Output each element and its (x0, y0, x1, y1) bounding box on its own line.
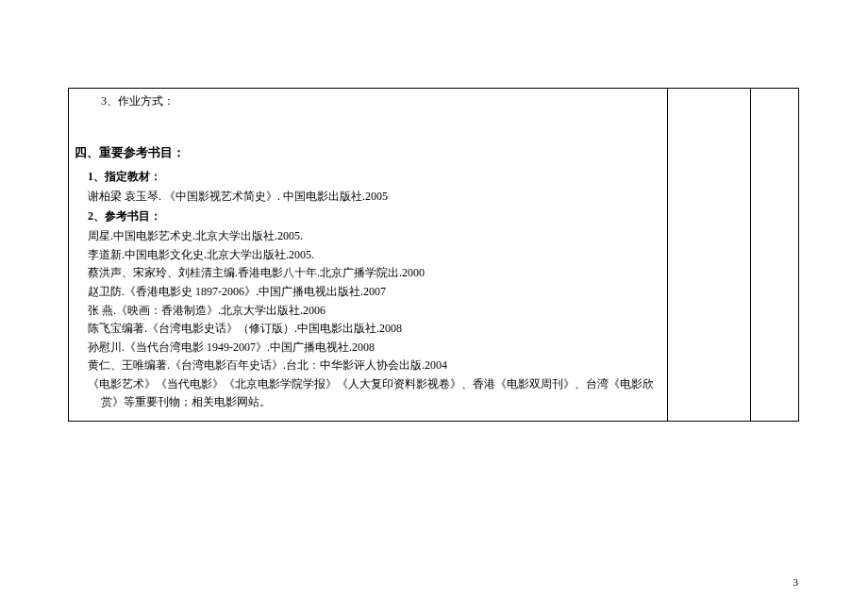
reference-entry: 周星.中国电影艺术史.北京大学出版社.2005. (75, 227, 661, 245)
reference-entry: 张 燕.《映画：香港制造》.北京大学出版社.2006 (75, 302, 661, 320)
subheading-textbook: 1、指定教材： (75, 169, 661, 185)
reference-entry: 李道新.中国电影文化史.北京大学出版社.2005. (75, 246, 661, 264)
section-heading-references: 四、重要参考书目： (75, 144, 661, 161)
assignment-method-label: 3、作业方式： (75, 92, 661, 110)
subheading-references: 2、参考书目： (75, 208, 661, 224)
textbook-entry: 谢柏梁 袁玉琴. 《中国影视艺术简史》. 中国电影出版社.2005 (75, 188, 661, 206)
page-container: 3、作业方式： 四、重要参考书目： 1、指定教材： 谢柏梁 袁玉琴. 《中国影视… (0, 88, 868, 422)
reference-entry: 赵卫防.《香港电影史 1897-2006》.中国广播电视出版社.2007 (75, 283, 661, 301)
reference-entry: 蔡洪声、宋家玲、刘桂清主编.香港电影八十年.北京广播学院出.2000 (75, 264, 661, 282)
side-cell-2 (751, 89, 799, 422)
content-table: 3、作业方式： 四、重要参考书目： 1、指定教材： 谢柏梁 袁玉琴. 《中国影视… (68, 88, 799, 422)
side-cell-1 (668, 89, 751, 422)
main-content-cell: 3、作业方式： 四、重要参考书目： 1、指定教材： 谢柏梁 袁玉琴. 《中国影视… (69, 89, 668, 422)
page-number: 3 (793, 576, 799, 588)
reference-entry: 陈飞宝编著.《台湾电影史话》（修订版）.中国电影出版社.2008 (75, 320, 661, 338)
reference-entry: 孙慰川.《当代台湾电影 1949-2007》.中国广播电视社.2008 (75, 339, 661, 357)
closing-note: 《电影艺术》《当代电影》《北京电影学院学报》《人大复印资料影视卷》、香港《电影双… (75, 375, 661, 410)
reference-entry: 黄仁、王唯编著.《台湾电影百年史话》.台北：中华影评人协会出版.2004 (75, 357, 661, 374)
